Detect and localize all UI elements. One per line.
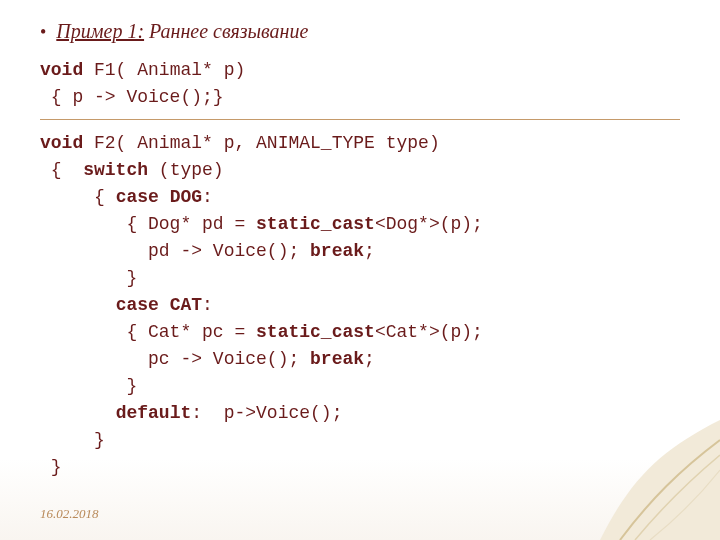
kw-dog: DOG — [170, 187, 202, 207]
kw-switch: switch — [83, 160, 148, 180]
code-text — [159, 295, 170, 315]
code-text: { Dog* pd = — [40, 214, 256, 234]
title-prefix: Пример 1: — [56, 20, 144, 42]
kw-break: break — [310, 241, 364, 261]
code-text: <Cat*>(p); — [375, 322, 483, 342]
kw-cat: CAT — [170, 295, 202, 315]
code-text: } — [40, 268, 137, 288]
kw-void: void — [40, 60, 83, 80]
code-text: : p->Voice(); — [191, 403, 342, 423]
kw-break: break — [310, 349, 364, 369]
kw-default: default — [116, 403, 192, 423]
kw-static-cast: static_cast — [256, 214, 375, 234]
code-text: : — [202, 187, 213, 207]
code-text — [159, 187, 170, 207]
code-text: ; — [364, 349, 375, 369]
divider — [40, 119, 680, 120]
code-text — [40, 403, 116, 423]
code-block-2: void F2( Animal* p, ANIMAL_TYPE type) { … — [40, 130, 680, 481]
code-text: pc -> Voice(); — [40, 349, 310, 369]
code-text: F2( Animal* p, ANIMAL_TYPE type) — [83, 133, 439, 153]
code-text: pd -> Voice(); — [40, 241, 310, 261]
code-text: { Cat* pc = — [40, 322, 256, 342]
slide: • Пример 1: Раннее связывание void F1( A… — [0, 0, 720, 540]
code-block-1: void F1( Animal* p) { p -> Voice();} — [40, 57, 680, 111]
kw-case: case — [116, 295, 159, 315]
code-text: (type) — [148, 160, 224, 180]
kw-static-cast: static_cast — [256, 322, 375, 342]
slide-title: Пример 1: Раннее связывание — [56, 20, 308, 43]
code-text: { p -> Voice();} — [40, 87, 224, 107]
code-text: } — [40, 457, 62, 477]
kw-case: case — [116, 187, 159, 207]
code-text: F1( Animal* p) — [83, 60, 245, 80]
footer-date: 16.02.2018 — [40, 506, 99, 522]
code-text — [40, 295, 116, 315]
code-text: } — [40, 376, 137, 396]
footer: 16.02.2018 22 — [40, 506, 680, 522]
code-text: : — [202, 295, 213, 315]
code-text: <Dog*>(p); — [375, 214, 483, 234]
code-text: } — [40, 430, 105, 450]
code-text: ; — [364, 241, 375, 261]
kw-void: void — [40, 133, 83, 153]
bullet-icon: • — [40, 23, 46, 41]
title-rest: Раннее связывание — [144, 20, 308, 42]
code-text: { — [40, 187, 116, 207]
title-row: • Пример 1: Раннее связывание — [40, 20, 680, 43]
page-number: 22 — [667, 506, 680, 522]
code-text: { — [40, 160, 83, 180]
